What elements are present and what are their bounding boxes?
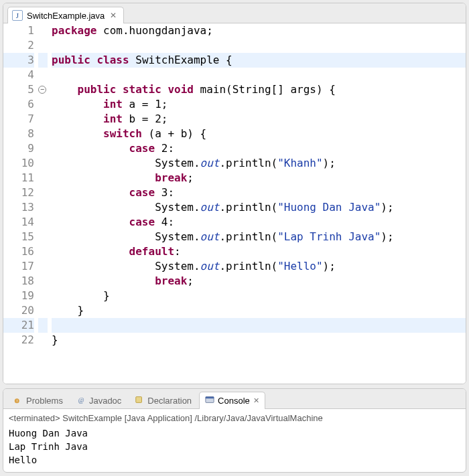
code-line[interactable] (52, 68, 466, 82)
code-line[interactable]: break; (52, 274, 466, 289)
line-number: 18 (3, 274, 34, 289)
line-number: 11 (3, 171, 34, 185)
view-tab-label: Problems (26, 396, 63, 406)
code-line[interactable]: case 3: (52, 185, 466, 200)
problems-icon: ! (13, 395, 23, 406)
svg-rect-3 (136, 397, 142, 403)
view-tab-label: Javadoc (89, 396, 121, 406)
line-number: 3 (3, 53, 34, 68)
line-number: 16 (3, 244, 34, 259)
line-number-gutter: 12345678910111213141516171819202122 (3, 23, 38, 384)
code-line[interactable]: case 4: (52, 215, 466, 230)
code-line[interactable]: System.out.println("Hello"); (52, 259, 466, 274)
line-number: 14 (3, 215, 34, 230)
svg-text:@: @ (78, 396, 84, 404)
close-icon[interactable]: ✕ (109, 11, 118, 20)
close-icon[interactable]: ✕ (253, 396, 259, 405)
line-number: 17 (3, 259, 34, 274)
code-line[interactable]: System.out.println("Khanh"); (52, 156, 466, 171)
code-line[interactable]: public static void main(String[] args) { (52, 82, 466, 97)
line-number: 4 (3, 68, 34, 82)
console-line: Huong Dan Java (9, 426, 460, 440)
line-number: 22 (3, 333, 34, 347)
code-line[interactable]: System.out.println("Huong Dan Java"); (52, 200, 466, 215)
line-number: 10 (3, 156, 34, 171)
line-number: 19 (3, 289, 34, 303)
code-line[interactable] (52, 38, 466, 53)
view-tab-bar: !Problems@JavadocDeclarationConsole ✕ (3, 389, 466, 409)
code-line[interactable]: case 2: (52, 141, 466, 156)
code-line[interactable]: int a = 1; (52, 97, 466, 112)
fold-strip: − (38, 23, 48, 384)
declaration-icon (135, 395, 144, 406)
view-tab-problems[interactable]: !Problems (7, 392, 69, 409)
console-line: Hello (9, 453, 460, 467)
console-line: Lap Trinh Java (9, 440, 460, 453)
console-output: Huong Dan JavaLap Trinh JavaHello (9, 426, 460, 467)
editor-tab-bar: J SwitchExample.java ✕ (3, 3, 466, 23)
line-number: 1 (3, 23, 34, 38)
view-tab-label: Declaration (147, 396, 192, 406)
code-line[interactable] (52, 318, 466, 333)
line-number: 15 (3, 230, 34, 244)
svg-rect-5 (206, 397, 214, 399)
editor-pane: J SwitchExample.java ✕ 12345678910111213… (3, 3, 466, 384)
line-number: 21 (3, 318, 34, 333)
line-number: 12 (3, 185, 34, 200)
code-line[interactable]: int b = 2; (52, 112, 466, 127)
editor-tab[interactable]: J SwitchExample.java ✕ (7, 7, 124, 23)
fold-toggle-icon[interactable]: − (38, 86, 46, 94)
code-line[interactable]: switch (a + b) { (52, 127, 466, 141)
view-tab-console[interactable]: Console ✕ (199, 392, 265, 409)
view-tab-label: Console (218, 396, 250, 406)
line-number: 2 (3, 38, 34, 53)
view-tab-javadoc[interactable]: @Javadoc (70, 392, 127, 409)
java-file-icon: J (12, 10, 23, 21)
line-number: 5 (3, 82, 34, 97)
console-status: <terminated> SwitchExample [Java Applica… (9, 412, 460, 425)
line-number: 6 (3, 97, 34, 112)
editor-tab-filename: SwitchExample.java (27, 11, 105, 21)
code-line[interactable]: } (52, 289, 466, 303)
line-number: 8 (3, 127, 34, 141)
console-body[interactable]: <terminated> SwitchExample [Java Applica… (3, 409, 466, 472)
bottom-panel: !Problems@JavadocDeclarationConsole ✕ <t… (3, 388, 466, 473)
view-tab-declaration[interactable]: Declaration (129, 392, 198, 409)
code-editor[interactable]: 12345678910111213141516171819202122 − pa… (3, 23, 466, 384)
code-line[interactable]: break; (52, 171, 466, 185)
line-number: 7 (3, 112, 34, 127)
javadoc-icon: @ (76, 395, 86, 406)
code-content[interactable]: package com.huongdanjava; public class S… (48, 23, 466, 384)
console-icon (205, 395, 214, 406)
line-number: 13 (3, 200, 34, 215)
code-line[interactable]: System.out.println("Lap Trinh Java"); (52, 230, 466, 244)
line-number: 20 (3, 303, 34, 318)
code-line[interactable]: } (52, 303, 466, 318)
code-line[interactable]: } (52, 333, 466, 347)
svg-text:!: ! (16, 398, 17, 403)
code-line[interactable]: public class SwitchExample { (52, 53, 466, 68)
code-line[interactable]: default: (52, 244, 466, 259)
line-number: 9 (3, 141, 34, 156)
code-line[interactable]: package com.huongdanjava; (52, 23, 466, 38)
